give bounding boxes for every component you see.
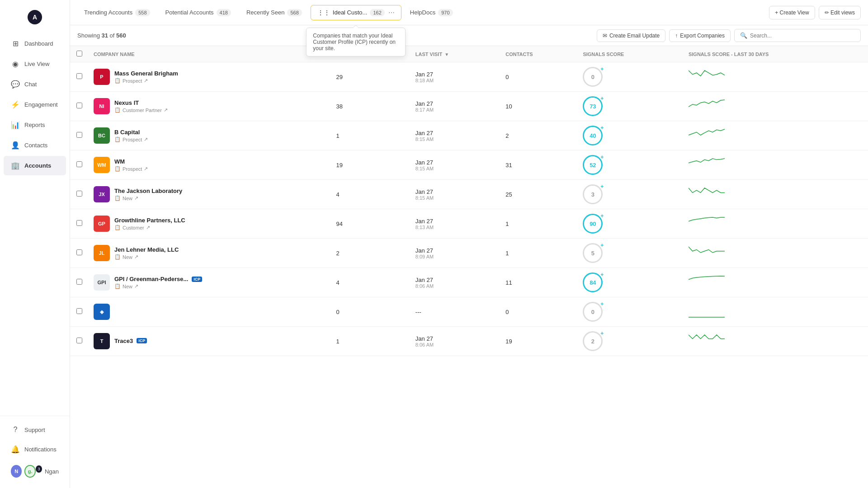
row-checkbox[interactable] [76,220,82,226]
last-visit-time: 8:17 AM [415,107,495,113]
header-signals-score-30[interactable]: SIGNALS SCORE - LAST 30 DAYS [683,46,868,62]
header-last-visit[interactable]: LAST VISIT ▼ [410,46,500,62]
external-link-icon[interactable]: ↗ [146,225,150,230]
contacts-cell: 2 [500,121,577,150]
tag-icon: 📋 [114,225,121,230]
last-visit-date: Jan 27 [415,188,495,195]
row-checkbox[interactable] [76,249,82,255]
spark-line-chart [689,305,725,318]
last-visit-time: 8:15 AM [415,195,495,201]
showing-text: Showing 31 of 560 [77,32,126,39]
tag-label: New [123,254,132,260]
select-all-checkbox[interactable] [76,51,82,56]
company-name[interactable]: Mass General Brigham [114,70,178,77]
email-icon: ✉ [603,33,607,39]
main-content: Trending Accounts 558 Potential Accounts… [70,0,868,488]
signals-score-circle: 0 [583,67,603,87]
last-visit-date: Jan 27 [415,100,495,107]
subbar-actions: ✉ Create Email Update ↑ Export Companies… [597,29,861,42]
sidebar-logo: A [0,5,70,33]
edit-views-button[interactable]: ✏ Edit views [819,6,861,19]
sort-icon: ▼ [444,52,449,57]
tab-helpdocs-label: HelpDocs [410,9,435,16]
sidebar-item-live-view[interactable]: ◉ Live View [4,54,66,74]
tab-recently-seen[interactable]: Recently Seen 568 [240,5,309,20]
reports-icon: 📊 [11,121,20,129]
score-plus-icon: + [600,125,604,131]
spark-line-cell [683,121,868,150]
external-link-icon[interactable]: ↗ [134,283,138,289]
last-visit-group: --- [415,309,495,315]
company-name[interactable]: Nexus IT [114,99,139,106]
tab-ideal-customer[interactable]: ⋮⋮ Ideal Custo... 162 ⋯ [311,5,401,20]
sidebar-item-notifications[interactable]: 🔔 Notifications [4,440,66,459]
row-checkbox[interactable] [76,338,82,343]
company-name-group: WM WM 📋Prospect↗ [94,157,326,173]
company-name[interactable]: Trace3 [114,338,133,344]
sidebar-item-reports[interactable]: 📊 Reports [4,115,66,135]
company-info: Mass General Brigham 📋Prospect↗ [114,70,178,84]
company-name[interactable]: Jen Lehner Media, LLC [114,246,179,253]
create-email-update-button[interactable]: ✉ Create Email Update [597,29,665,42]
sidebar-item-dashboard[interactable]: ⊞ Dashboard [4,34,66,53]
signals-score-circle: 40 [583,126,603,145]
external-link-icon[interactable]: ↗ [134,254,138,260]
external-link-icon[interactable]: ↗ [144,166,148,172]
company-name-cell: JX The Jackson Laboratory 📋New↗ [88,180,331,209]
site-visits-cell: 4 [331,268,410,297]
tag-icon: 📋 [114,254,121,260]
sidebar-item-engagement[interactable]: ⚡ Engagement [4,95,66,114]
row-checkbox[interactable] [76,132,82,138]
company-name[interactable]: The Jackson Laboratory [114,188,182,194]
header-site-visits[interactable]: SITE VISITS [331,46,410,62]
header-contacts[interactable]: CONTACTS [500,46,577,62]
create-view-button[interactable]: + Create View [769,6,815,19]
row-checkbox-cell [70,180,88,209]
external-link-icon[interactable]: ↗ [134,195,138,201]
company-logo: P [94,69,110,85]
row-checkbox[interactable] [76,279,82,285]
export-companies-button[interactable]: ↑ Export Companies [669,29,731,42]
signals-score-cell: 3 + [577,180,683,209]
search-input[interactable] [750,33,855,39]
sidebar-item-support[interactable]: ? Support [4,420,66,439]
row-checkbox[interactable] [76,161,82,167]
tab-trending-count: 558 [135,9,150,16]
row-checkbox[interactable] [76,308,82,314]
sidebar-item-chat[interactable]: 💬 Chat [4,75,66,94]
spark-line-chart [689,99,725,113]
site-visits-value: 94 [336,221,343,227]
contacts-cell: 25 [500,180,577,209]
table-row: GPI GPI / Greenman-Pederse... ICP 📋New↗ … [70,268,868,297]
sidebar-item-accounts[interactable]: 🏢 Accounts [4,156,66,175]
site-visits-cell: 19 [331,150,410,180]
tab-potential-accounts[interactable]: Potential Accounts 418 [159,5,238,20]
sidebar-item-user[interactable]: N g. 3 Ngan [4,460,66,483]
company-tag: 📋Customer Partner↗ [114,107,168,113]
external-link-icon[interactable]: ↗ [144,78,148,84]
company-name[interactable]: B Capital [114,129,140,136]
tab-dots-icon[interactable]: ⋯ [388,9,395,16]
company-name[interactable]: GPI / Greenman-Pederse... [114,276,188,282]
header-company-name[interactable]: COMPANY NAME [88,46,331,62]
last-visit-group: Jan 27 8:17 AM [415,100,495,113]
tab-potential-count: 418 [217,9,231,16]
row-checkbox[interactable] [76,73,82,79]
company-name[interactable]: WM [114,158,125,165]
last-visit-cell: Jan 27 8:06 AM [410,268,500,297]
external-link-icon[interactable]: ↗ [144,136,148,142]
tab-helpdocs[interactable]: HelpDocs 970 [403,5,460,20]
sidebar-item-contacts[interactable]: 👤 Contacts [4,136,66,155]
tab-trending-accounts[interactable]: Trending Accounts 558 [77,5,157,20]
row-checkbox[interactable] [76,191,82,197]
contacts-cell: 31 [500,150,577,180]
external-link-icon[interactable]: ↗ [164,107,168,113]
last-visit-group: Jan 27 8:13 AM [415,218,495,230]
search-box[interactable]: 🔍 [734,29,861,42]
score-plus-icon: + [600,154,604,160]
header-signals-score[interactable]: SIGNALS SCORE [577,46,683,62]
company-name[interactable]: Growthline Partners, LLC [114,217,185,224]
row-checkbox[interactable] [76,103,82,108]
accounts-icon: 🏢 [11,161,20,170]
spark-line-cell [683,297,868,327]
